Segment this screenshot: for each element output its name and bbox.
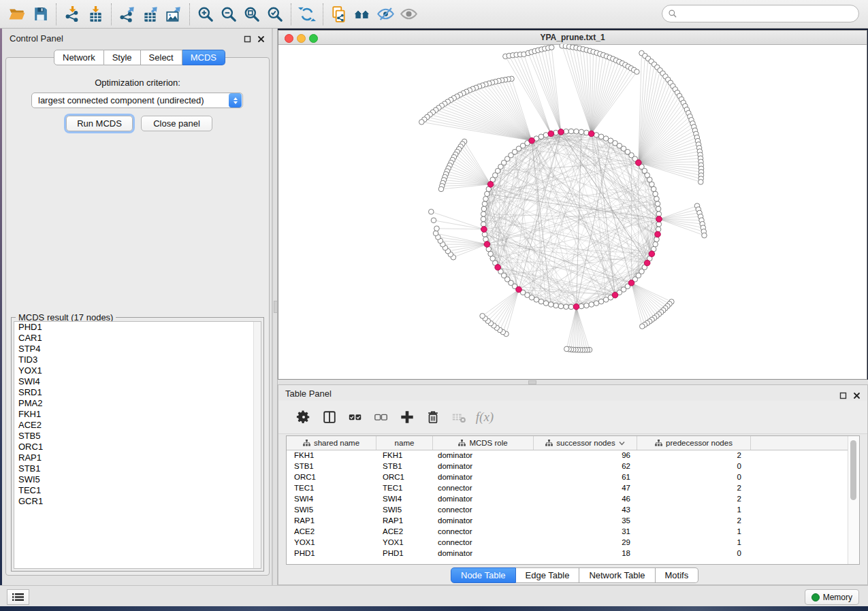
table-cell[interactable]: RAP1 — [376, 516, 433, 525]
tab-mcds[interactable]: MCDS — [182, 50, 225, 65]
select-all-icon[interactable] — [342, 406, 368, 428]
vertical-splitter[interactable] — [272, 29, 278, 585]
import-table-icon[interactable] — [84, 3, 107, 25]
table-cell[interactable]: 0 — [637, 462, 751, 470]
column-header-mcds-role[interactable]: MCDS role — [433, 436, 534, 450]
table-cell[interactable]: ORC1 — [287, 473, 376, 481]
delete-table-icon[interactable] — [446, 406, 472, 428]
table-cell[interactable]: ORC1 — [376, 473, 433, 481]
memory-button[interactable]: Memory — [805, 589, 859, 605]
table-cell[interactable]: 18 — [534, 549, 637, 557]
mcds-result-item[interactable]: TID3 — [14, 354, 261, 365]
settings-gear-icon[interactable] — [291, 406, 317, 428]
table-cell[interactable]: connector — [433, 538, 534, 546]
table-cell[interactable]: dominator — [433, 516, 534, 525]
open-session-icon[interactable] — [5, 3, 29, 25]
network-canvas[interactable] — [278, 44, 867, 379]
tab-motifs[interactable]: Motifs — [656, 567, 699, 583]
zoom-in-icon[interactable] — [194, 3, 217, 25]
mcds-result-item[interactable]: CAR1 — [14, 333, 261, 344]
table-cell[interactable]: PHD1 — [376, 549, 433, 557]
mcds-result-item[interactable]: STB5 — [14, 431, 261, 442]
add-column-icon[interactable] — [394, 406, 420, 428]
mcds-result-item[interactable]: ACE2 — [14, 420, 261, 431]
table-cell[interactable]: 2 — [637, 484, 751, 492]
table-row[interactable]: YOX1YOX1connector291 — [287, 537, 848, 548]
column-header-successor-nodes[interactable]: successor nodes — [534, 436, 637, 450]
table-cell[interactable]: dominator — [433, 473, 534, 481]
tab-network-table[interactable]: Network Table — [579, 567, 655, 583]
column-header-shared-name[interactable]: shared name — [287, 436, 376, 450]
table-scrollbar[interactable] — [848, 436, 859, 564]
table-cell[interactable]: 0 — [637, 549, 751, 557]
new-network-from-selection-icon[interactable] — [327, 3, 351, 25]
table-body[interactable]: FKH1FKH1dominator962STB1STB1dominator620… — [287, 450, 848, 564]
save-session-icon[interactable] — [29, 3, 52, 25]
table-row[interactable]: PHD1PHD1dominator180 — [287, 548, 848, 559]
table-cell[interactable]: connector — [433, 527, 534, 535]
table-cell[interactable]: 96 — [534, 451, 637, 459]
table-row[interactable]: SWI4SWI4dominator462 — [287, 493, 848, 504]
table-cell[interactable]: SWI5 — [287, 506, 376, 514]
table-cell[interactable]: 47 — [534, 484, 637, 492]
column-visibility-icon[interactable] — [317, 406, 342, 428]
table-cell[interactable]: 31 — [534, 527, 637, 535]
table-cell[interactable]: YOX1 — [376, 538, 433, 546]
mcds-result-item[interactable]: GCR1 — [14, 496, 261, 507]
mcds-list-scrollbar[interactable] — [253, 322, 261, 568]
horizontal-splitter[interactable] — [278, 380, 868, 384]
mcds-result-item[interactable]: TEC1 — [14, 485, 261, 496]
table-cell[interactable]: 0 — [637, 473, 751, 481]
table-cell[interactable]: 35 — [534, 516, 637, 525]
float-panel-icon[interactable] — [244, 33, 251, 46]
zoom-selected-icon[interactable] — [263, 3, 287, 25]
table-row[interactable]: ACE2ACE2connector311 — [287, 526, 848, 537]
table-cell[interactable]: YOX1 — [287, 538, 376, 546]
column-header-predecessor-nodes[interactable]: predecessor nodes — [637, 436, 751, 450]
table-cell[interactable]: 62 — [534, 462, 637, 470]
mcds-result-item[interactable]: FKH1 — [14, 409, 261, 420]
tab-network[interactable]: Network — [54, 50, 104, 65]
table-cell[interactable]: 1 — [637, 527, 751, 535]
table-cell[interactable]: 29 — [534, 538, 637, 546]
table-cell[interactable]: PHD1 — [287, 549, 376, 557]
show-all-eye-icon[interactable] — [397, 3, 420, 25]
search-box[interactable] — [662, 5, 859, 22]
table-cell[interactable]: 1 — [637, 538, 751, 546]
table-row[interactable]: ORC1ORC1dominator610 — [287, 472, 848, 482]
mcds-result-item[interactable]: STB1 — [14, 463, 261, 474]
column-header-name[interactable]: name — [376, 436, 433, 450]
table-cell[interactable]: SWI4 — [376, 495, 433, 503]
mcds-result-item[interactable]: YOX1 — [14, 365, 261, 376]
export-table-icon[interactable] — [139, 3, 162, 25]
table-cell[interactable]: ACE2 — [287, 527, 376, 535]
table-row[interactable]: STB1STB1dominator620 — [287, 461, 848, 472]
table-cell[interactable]: 61 — [534, 473, 637, 481]
import-network-icon[interactable] — [61, 3, 84, 25]
mcds-result-item[interactable]: ORC1 — [14, 442, 261, 452]
table-cell[interactable]: 2 — [637, 495, 751, 503]
table-cell[interactable]: SWI5 — [376, 506, 433, 514]
table-cell[interactable]: 2 — [637, 451, 751, 459]
table-cell[interactable]: dominator — [433, 451, 534, 459]
network-window-titlebar[interactable]: YPA_prune.txt_1 — [278, 31, 867, 45]
delete-column-icon[interactable] — [420, 406, 446, 428]
table-cell[interactable]: 46 — [534, 495, 637, 503]
table-cell[interactable]: connector — [433, 506, 534, 514]
run-mcds-button[interactable]: Run MCDS — [66, 116, 133, 131]
criterion-dropdown[interactable]: largest connected component (undirected) — [31, 93, 243, 108]
table-cell[interactable]: STB1 — [287, 462, 376, 470]
table-cell[interactable]: TEC1 — [376, 484, 433, 492]
zoom-fit-icon[interactable] — [240, 3, 263, 25]
table-cell[interactable]: SWI4 — [287, 495, 376, 503]
mcds-result-item[interactable]: SWI5 — [14, 474, 261, 485]
refresh-icon[interactable] — [295, 3, 319, 25]
table-cell[interactable]: TEC1 — [287, 484, 376, 492]
close-panel-icon[interactable] — [257, 33, 265, 46]
export-image-icon[interactable] — [162, 3, 185, 25]
status-menu-button[interactable] — [7, 589, 29, 605]
table-cell[interactable]: RAP1 — [287, 516, 376, 525]
table-row[interactable]: RAP1RAP1dominator352 — [287, 515, 848, 526]
scrollbar-thumb[interactable] — [850, 440, 856, 500]
zoom-out-icon[interactable] — [217, 3, 240, 25]
